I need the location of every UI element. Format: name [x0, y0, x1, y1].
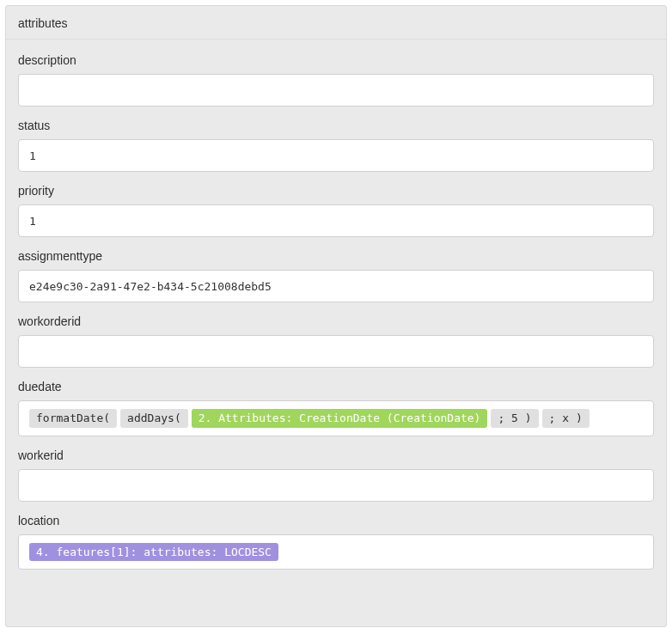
workerid-label: workerid: [18, 448, 654, 462]
description-input[interactable]: [18, 74, 654, 107]
expression-token[interactable]: 2. Attributes: CreationDate (CreationDat…: [192, 409, 488, 428]
field-duedate: duedate formatDate(addDays(2. Attributes…: [18, 380, 654, 436]
expression-token[interactable]: 4. features[1]: attributes: LOCDESC: [29, 543, 278, 562]
priority-input[interactable]: 1: [18, 204, 654, 237]
duedate-label: duedate: [18, 380, 654, 393]
field-location: location 4. features[1]: attributes: LOC…: [18, 514, 654, 570]
field-description: description: [18, 53, 654, 107]
field-workerid: workerid: [18, 448, 654, 502]
expression-token[interactable]: ; 5 ): [491, 409, 538, 428]
workorderid-label: workorderid: [18, 314, 654, 328]
field-priority: priority 1: [18, 184, 654, 237]
workorderid-input[interactable]: [18, 335, 654, 368]
workerid-input[interactable]: [18, 469, 654, 502]
duedate-input[interactable]: formatDate(addDays(2. Attributes: Creati…: [18, 400, 654, 436]
assignmenttype-label: assignmenttype: [18, 249, 654, 263]
attributes-panel: attributes description status 1 priority…: [5, 5, 667, 627]
field-assignmenttype: assignmenttype e24e9c30-2a91-47e2-b434-5…: [18, 249, 654, 302]
expression-token[interactable]: ; x ): [542, 409, 590, 428]
expression-token[interactable]: addDays(: [120, 409, 188, 428]
description-label: description: [18, 53, 654, 67]
priority-label: priority: [18, 184, 654, 198]
status-input[interactable]: 1: [18, 139, 654, 172]
fields-container: description status 1 priority 1 assignme…: [6, 40, 666, 582]
status-label: status: [18, 119, 654, 132]
field-workorderid: workorderid: [18, 314, 654, 368]
expression-token[interactable]: formatDate(: [29, 409, 117, 428]
location-label: location: [18, 514, 654, 527]
location-input[interactable]: 4. features[1]: attributes: LOCDESC: [18, 534, 654, 570]
panel-title: attributes: [6, 6, 666, 40]
field-status: status 1: [18, 119, 654, 172]
assignmenttype-input[interactable]: e24e9c30-2a91-47e2-b434-5c21008debd5: [18, 270, 654, 302]
